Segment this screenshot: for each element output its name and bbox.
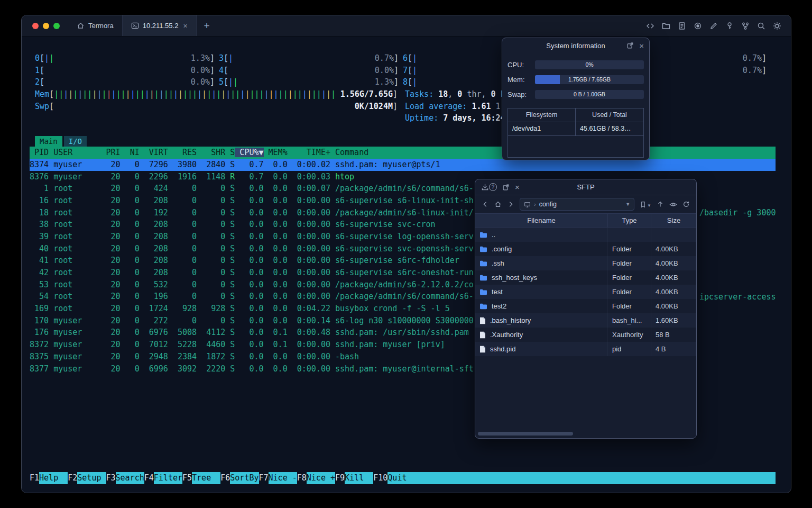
file-row[interactable]: test2Folder4.00KB	[475, 299, 696, 313]
command-fragment: ipcserver-access	[699, 291, 776, 303]
new-tab-button[interactable]: +	[197, 15, 217, 36]
cpu-meter-3: 3[|0.7%]	[219, 52, 399, 65]
bookmark-icon	[640, 201, 647, 208]
cpu-meter-id: 2	[35, 76, 40, 88]
fkey-search[interactable]: F3Search	[106, 472, 144, 484]
file-type: bash_hi...	[608, 313, 651, 328]
help-icon[interactable]: ?	[489, 183, 497, 191]
fkey-help[interactable]: F1Help	[30, 472, 68, 484]
swap-usage-text: 0 B / 1.00GB	[535, 90, 644, 99]
file-row[interactable]: testFolder4.00KB	[475, 285, 696, 299]
file-type: Folder	[608, 256, 651, 270]
folder-icon	[479, 231, 487, 238]
fkey-setup[interactable]: F2Setup	[68, 472, 106, 484]
file-table-header[interactable]: Filename Type Size	[475, 213, 696, 228]
file-icon	[479, 346, 486, 353]
show-hidden-icon[interactable]	[669, 201, 677, 208]
folder-icon[interactable]	[662, 22, 670, 30]
file-icon	[479, 331, 486, 339]
file-row[interactable]: ..	[475, 228, 696, 242]
cpu-meter-value: 0.0%	[191, 76, 210, 88]
search-icon[interactable]	[757, 22, 765, 30]
fkey-filter[interactable]: F4Filter	[144, 472, 182, 484]
close-icon[interactable]: ×	[639, 42, 644, 50]
fkey-sortby[interactable]: F6SortBy	[220, 472, 259, 484]
tab-session-label: 10.211.55.2	[143, 22, 179, 30]
cpu-meter-value: 0.7%	[375, 52, 394, 65]
function-key-bar: F1Help F2Setup F3SearchF4FilterF5Tree F6…	[30, 472, 776, 484]
file-size	[651, 228, 696, 242]
col-size[interactable]: Size	[651, 214, 696, 228]
sftp-titlebar[interactable]: SFTP ? ×	[475, 179, 696, 195]
chevron-down-icon[interactable]: ▼	[625, 202, 630, 207]
close-icon[interactable]: ×	[515, 183, 520, 191]
settings-icon[interactable]	[773, 22, 781, 30]
fkey-tree[interactable]: F5Tree	[182, 472, 220, 484]
file-row[interactable]: .XauthorityXauthority58 B	[475, 328, 696, 342]
cpu-meter-2: 2[0.0%]	[35, 76, 215, 88]
cpu-meter-id: 5	[219, 76, 224, 88]
system-information-titlebar[interactable]: System information ×	[502, 38, 649, 53]
file-type: Folder	[608, 242, 651, 256]
fkey-quit[interactable]: F10Quit	[373, 472, 416, 484]
bookmark-button[interactable]: ▼	[640, 201, 651, 208]
tab-close-icon[interactable]: ×	[183, 22, 187, 30]
file-size: 4 B	[651, 342, 696, 356]
fs-device: /dev/vda1	[508, 122, 576, 136]
computer-icon	[524, 201, 531, 208]
mem-usage-text: 1.75GB / 7.65GB	[535, 75, 644, 84]
zoom-button[interactable]	[53, 23, 60, 29]
parent-directory-icon[interactable]	[657, 201, 664, 208]
swap-usage-bar: 0 B / 1.00GB	[535, 90, 644, 99]
key-icon[interactable]	[725, 22, 734, 30]
file-type: Folder	[608, 270, 651, 285]
minimize-button[interactable]	[43, 23, 49, 29]
fkey-kill[interactable]: F9Kill	[335, 472, 373, 484]
swap-label: Swap:	[508, 90, 535, 98]
file-size: 4.00KB	[651, 256, 696, 270]
horizontal-scrollbar[interactable]	[478, 432, 573, 436]
folder-icon	[479, 274, 487, 281]
record-icon[interactable]	[694, 22, 702, 30]
system-meters: Mem[||||||||||||||||||||||||||||||||||||…	[30, 88, 783, 124]
fkey-nice-[interactable]: F7Nice -	[259, 472, 297, 484]
terminal-icon	[131, 22, 139, 30]
file-size: 4.00KB	[651, 299, 696, 313]
mem-usage-bar: 1.75GB / 7.65GB	[535, 75, 644, 84]
branch-icon[interactable]	[741, 22, 750, 30]
process-row[interactable]: 8374 myuser 20 0 7296 3980 2840 S 0.7 0.…	[30, 159, 776, 171]
file-row[interactable]: .bash_historybash_hi...1.60KB	[475, 313, 696, 328]
file-name: test	[492, 285, 503, 299]
forward-icon[interactable]	[507, 201, 514, 208]
code-icon[interactable]	[646, 22, 654, 30]
sort-column-cpu[interactable]: CPU%▼	[235, 148, 263, 157]
file-row[interactable]: ssh_host_keysFolder4.00KB	[475, 270, 696, 285]
cpu-usage-bar: 0%	[535, 60, 644, 69]
tab-ssh-session[interactable]: 10.211.55.2 ×	[122, 15, 197, 36]
toolbar-icons	[646, 15, 791, 36]
open-in-window-icon[interactable]	[502, 184, 510, 191]
open-in-window-icon[interactable]	[626, 42, 634, 49]
edit-icon[interactable]	[709, 22, 718, 30]
log-icon[interactable]	[678, 22, 686, 30]
file-row[interactable]: .sshFolder4.00KB	[475, 256, 696, 270]
tab-io[interactable]: I/O	[64, 136, 87, 147]
refresh-icon[interactable]	[682, 201, 690, 208]
tab-main[interactable]: Main	[35, 136, 62, 147]
process-table-header[interactable]: PID USER PRI NI VIRT RES SHR S CPU%▼ MEM…	[30, 147, 776, 159]
col-filename[interactable]: Filename	[475, 214, 608, 228]
home-icon[interactable]	[494, 201, 502, 208]
cpu-usage-text: 0%	[535, 60, 644, 69]
tab-home[interactable]: Termora	[68, 15, 122, 36]
fkey-nice-[interactable]: F8Nice +	[297, 472, 335, 484]
path-field[interactable]: › config ▼	[520, 198, 634, 211]
col-type[interactable]: Type	[608, 214, 651, 228]
cpu-meter-id: 4	[219, 65, 224, 77]
back-icon[interactable]	[482, 201, 489, 208]
file-row[interactable]: sshd.pidpid4 B	[475, 342, 696, 356]
system-information-body: CPU: 0% Mem: 1.75GB / 7.65GB Swap: 0 B /…	[502, 53, 649, 163]
file-row[interactable]: .configFolder4.00KB	[475, 242, 696, 256]
termora-window: Termora 10.211.55.2 × +	[21, 15, 791, 493]
close-button[interactable]	[32, 23, 39, 29]
file-type	[608, 228, 651, 242]
